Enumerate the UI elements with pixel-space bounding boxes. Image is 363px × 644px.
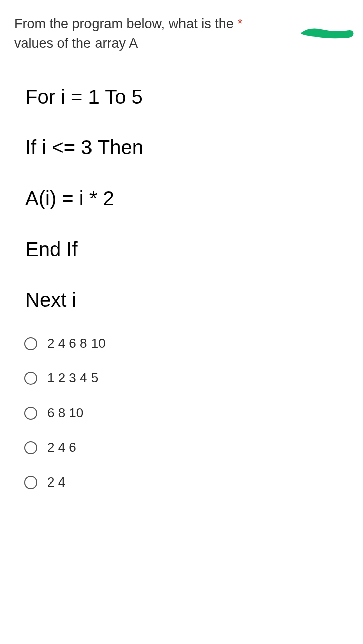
option-1[interactable]: 2 4 6 8 10: [24, 336, 349, 351]
option-label: 2 4 6: [47, 440, 76, 455]
option-label: 2 4 6 8 10: [47, 336, 106, 351]
code-line-2: If i <= 3 Then: [25, 136, 349, 159]
radio-icon: [24, 476, 37, 489]
code-line-4: End If: [25, 238, 349, 261]
option-label: 6 8 10: [47, 405, 83, 421]
radio-icon: [24, 407, 37, 420]
option-label: 2 4: [47, 474, 65, 490]
code-line-1: For i = 1 To 5: [25, 86, 349, 108]
option-4[interactable]: 2 4 6: [24, 440, 349, 455]
question-text: From the program below, what is the * va…: [14, 14, 349, 53]
question-line2: values of the array A: [14, 36, 138, 51]
code-block: For i = 1 To 5 If i <= 3 Then A(i) = i *…: [25, 86, 349, 311]
option-label: 1 2 3 4 5: [47, 370, 98, 386]
radio-icon: [24, 372, 37, 385]
scribble-annotation: [300, 24, 355, 41]
code-line-5: Next i: [25, 289, 349, 311]
options-group: 2 4 6 8 10 1 2 3 4 5 6 8 10 2 4 6 2 4: [24, 336, 349, 490]
option-3[interactable]: 6 8 10: [24, 405, 349, 421]
question-line1: From the program below, what is the: [14, 16, 237, 31]
option-2[interactable]: 1 2 3 4 5: [24, 370, 349, 386]
code-line-3: A(i) = i * 2: [25, 187, 349, 210]
option-5[interactable]: 2 4: [24, 474, 349, 490]
radio-icon: [24, 441, 37, 454]
radio-icon: [24, 337, 37, 350]
required-asterisk: *: [237, 16, 243, 31]
